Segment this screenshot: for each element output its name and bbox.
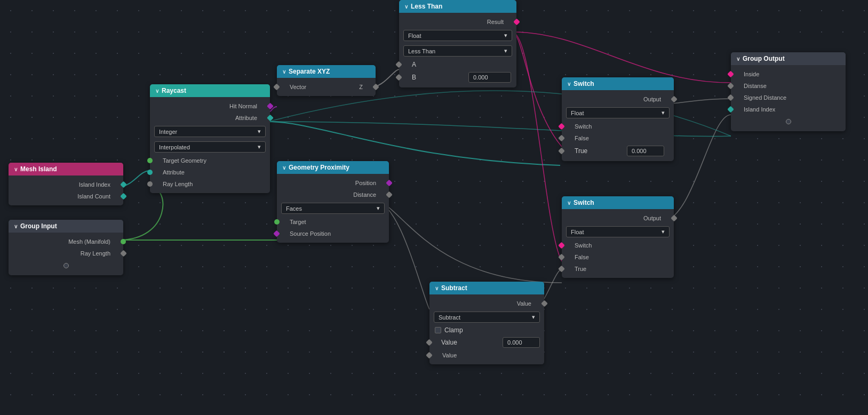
- subtract-dropdown[interactable]: Subtract ▾: [434, 312, 540, 323]
- result-row: Result: [399, 16, 516, 28]
- collapse-icon-sb[interactable]: ∨: [567, 200, 571, 206]
- float-dropdown-lt[interactable]: Float ▾: [403, 30, 512, 41]
- mesh-island-body: Island Index Island Count: [9, 175, 123, 205]
- a-socket[interactable]: [395, 61, 402, 68]
- mesh-manifold-socket[interactable]: [121, 239, 126, 244]
- xyz-z-output-row: Vector Z: [277, 81, 376, 93]
- clamp-checkbox[interactable]: [435, 327, 441, 333]
- island-index-label: Island Index: [14, 181, 110, 188]
- signed-distance-row: Signed Distance: [731, 92, 846, 103]
- output-bottom-row: Output: [562, 212, 674, 224]
- hit-normal-socket[interactable]: [267, 103, 274, 110]
- inside-socket[interactable]: [727, 71, 734, 78]
- group-output-circle-row: [731, 115, 846, 128]
- island-index-in-socket[interactable]: [727, 106, 734, 113]
- value-field[interactable]: 0.000: [503, 337, 540, 348]
- z-out-socket[interactable]: [372, 84, 379, 91]
- switch-top-input-row: Switch: [562, 121, 674, 132]
- ray-length-row: Ray Length: [9, 248, 123, 259]
- faces-dropdown[interactable]: Faces ▾: [281, 203, 385, 214]
- collapse-icon[interactable]: ∨: [14, 166, 18, 172]
- mesh-manifold-row: Mesh (Manifold): [9, 236, 123, 248]
- target-socket[interactable]: [274, 219, 280, 225]
- group-input-circle-row: [9, 259, 123, 272]
- island-index-socket[interactable]: [120, 181, 127, 188]
- distanse-socket[interactable]: [727, 83, 734, 90]
- switch-top-socket[interactable]: [558, 123, 565, 130]
- collapse-icon-sub[interactable]: ∨: [435, 285, 439, 291]
- group-input-body: Mesh (Manifold) Ray Length: [9, 233, 123, 275]
- switch-top-node: ∨ Switch Output Float ▾ Switch False: [562, 77, 674, 161]
- attribute-in-socket[interactable]: [147, 170, 153, 175]
- true-bottom-socket[interactable]: [558, 266, 565, 273]
- switch-bottom-socket[interactable]: [558, 242, 565, 249]
- vector-in-socket[interactable]: [273, 84, 280, 91]
- group-input-title: Group Input: [20, 222, 57, 230]
- signed-distance-socket[interactable]: [727, 94, 734, 101]
- dropdown-arrow8: ▾: [532, 314, 535, 321]
- collapse-icon-gp[interactable]: ∨: [282, 165, 286, 171]
- collapse-icon-gi[interactable]: ∨: [14, 224, 18, 229]
- true-top-socket[interactable]: [558, 148, 565, 155]
- island-count-socket[interactable]: [120, 193, 127, 200]
- inside-label: Inside: [744, 71, 759, 77]
- source-pos-socket[interactable]: [273, 230, 280, 237]
- geo-prox-header: ∨ Geometry Proximity: [277, 161, 389, 174]
- switch-bottom-header: ∨ Switch: [562, 196, 674, 209]
- false-bottom-row: False: [562, 251, 674, 263]
- collapse-icon-st[interactable]: ∨: [567, 81, 571, 87]
- raycast-header: ∨ Raycast: [150, 84, 270, 97]
- b-value-field[interactable]: 0.000: [468, 72, 511, 83]
- collapse-icon-go[interactable]: ∨: [736, 56, 740, 62]
- value-in-socket1[interactable]: [426, 339, 433, 346]
- switch-bottom-input-row: Switch: [562, 240, 674, 251]
- false-top-label: False: [575, 135, 589, 141]
- false-bottom-socket[interactable]: [558, 254, 565, 261]
- geometry-proximity-node: ∨ Geometry Proximity Position Distance F…: [277, 161, 389, 243]
- node-canvas: ∨ Mesh Island Island Index Island Count …: [0, 0, 868, 415]
- float-st-label: Float: [571, 110, 584, 116]
- faces-label: Faces: [286, 205, 302, 212]
- less-than-op-label: Less Than: [408, 48, 435, 54]
- less-than-body: Result Float ▾ Less Than ▾ A: [399, 13, 516, 87]
- output-top-socket[interactable]: [671, 96, 678, 103]
- collapse-icon-xyz[interactable]: ∨: [282, 69, 286, 75]
- less-than-dropdown[interactable]: Less Than ▾: [403, 45, 512, 57]
- dropdown-arrow7: ▾: [662, 228, 665, 235]
- value-out-socket[interactable]: [541, 300, 548, 307]
- result-socket[interactable]: [513, 19, 520, 26]
- integer-dropdown[interactable]: Integer ▾: [154, 126, 266, 137]
- collapse-icon-lt[interactable]: ∨: [404, 4, 408, 10]
- dropdown-arrow: ▾: [258, 128, 261, 135]
- switch-bottom-input-label: Switch: [575, 242, 592, 249]
- value-in-socket2[interactable]: [426, 352, 433, 359]
- b-socket[interactable]: [395, 74, 402, 81]
- interpolated-dropdown[interactable]: Interpolated ▾: [154, 141, 266, 153]
- switch-top-body: Output Float ▾ Switch False True: [562, 90, 674, 161]
- separate-xyz-title: Separate XYZ: [289, 68, 330, 75]
- float-sb-label: Float: [571, 229, 584, 235]
- false-top-socket[interactable]: [558, 135, 565, 142]
- island-count-row: Island Count: [9, 190, 123, 202]
- raycast-body: Hit Normal Attribute Integer ▾ Interpola…: [150, 97, 270, 193]
- position-socket[interactable]: [386, 180, 393, 187]
- target-geometry-socket[interactable]: [147, 158, 153, 163]
- collapse-icon-rc[interactable]: ∨: [155, 88, 159, 94]
- ray-length-in-socket[interactable]: [147, 181, 153, 187]
- attribute-out-label: Attribute: [155, 115, 257, 121]
- distance-socket[interactable]: [386, 191, 393, 198]
- true-top-value[interactable]: 0.000: [627, 146, 664, 156]
- float-dropdown-st[interactable]: Float ▾: [566, 107, 670, 118]
- output-bottom-socket[interactable]: [671, 215, 678, 222]
- ray-length-socket[interactable]: [120, 250, 127, 257]
- group-input-node: ∨ Group Input Mesh (Manifold) Ray Length: [9, 220, 123, 275]
- float-dropdown-sb[interactable]: Float ▾: [566, 226, 670, 237]
- attribute-out-socket[interactable]: [267, 115, 274, 122]
- group-output-node: ∨ Group Output Inside Distanse Signed Di…: [731, 52, 846, 131]
- value-in2-label: Value: [442, 352, 457, 358]
- dropdown-arrow2: ▾: [258, 143, 261, 150]
- raycast-title: Raycast: [162, 87, 186, 94]
- mesh-island-node: ∨ Mesh Island Island Index Island Count: [9, 163, 123, 205]
- value-in2-row: Value: [429, 349, 544, 361]
- subtract-op-label: Subtract: [439, 314, 460, 321]
